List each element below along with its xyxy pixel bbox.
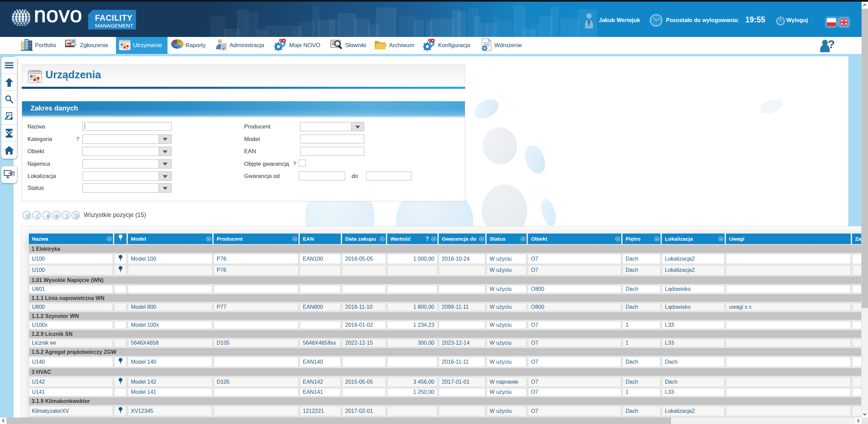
svg-text:?: ?: [828, 39, 835, 51]
